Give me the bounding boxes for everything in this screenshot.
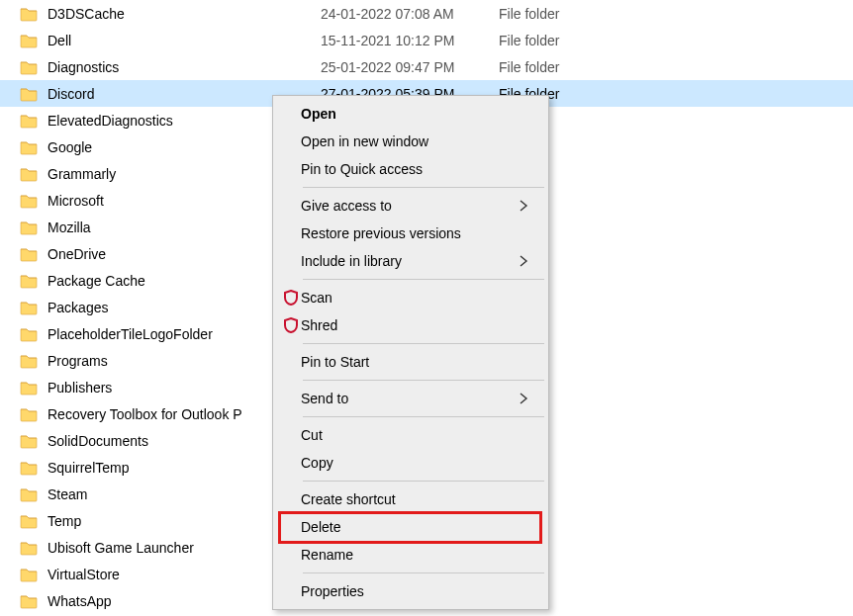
blank-icon (281, 161, 301, 177)
menu-separator (303, 380, 544, 381)
folder-icon (20, 193, 38, 209)
menu-label: Give access to (301, 198, 517, 214)
file-row[interactable]: D3DSCache24-01-2022 07:08 AMFile folder (0, 0, 853, 27)
menu-create-shortcut[interactable]: Create shortcut (275, 485, 546, 513)
menu-label: Rename (301, 547, 530, 563)
file-date: 25-01-2022 09:47 PM (321, 59, 499, 75)
folder-icon (20, 246, 38, 262)
file-name: Recovery Toolbox for Outlook P (47, 406, 242, 422)
file-name: Discord (47, 86, 94, 102)
context-menu: Open Open in new window Pin to Quick acc… (272, 95, 549, 610)
menu-include-in-library[interactable]: Include in library (275, 247, 546, 275)
file-name: Programs (47, 353, 108, 369)
file-name: WhatsApp (47, 593, 112, 609)
menu-open[interactable]: Open (275, 100, 546, 128)
menu-open-new-window[interactable]: Open in new window (275, 128, 546, 155)
menu-cut[interactable]: Cut (275, 421, 546, 449)
blank-icon (281, 547, 301, 563)
menu-give-access-to[interactable]: Give access to (275, 192, 546, 220)
menu-label: Open in new window (301, 133, 530, 149)
folder-icon (20, 86, 38, 102)
blank-icon (281, 491, 301, 507)
file-row[interactable]: Diagnostics25-01-2022 09:47 PMFile folde… (0, 53, 853, 80)
file-name: Package Cache (47, 273, 145, 289)
file-row[interactable]: Dell15-11-2021 10:12 PMFile folder (0, 27, 853, 53)
folder-icon (20, 300, 38, 315)
blank-icon (281, 519, 301, 535)
file-name-cell: Diagnostics (20, 59, 321, 75)
menu-label: Restore previous versions (301, 225, 530, 241)
blank-icon (281, 106, 301, 122)
blank-icon (281, 583, 301, 599)
folder-icon (20, 433, 38, 449)
file-name: Grammarly (47, 166, 116, 182)
file-name: Publishers (47, 380, 112, 396)
menu-shred[interactable]: Shred (275, 311, 546, 339)
folder-icon (20, 326, 38, 342)
menu-pin-quick-access[interactable]: Pin to Quick access (275, 155, 546, 183)
menu-send-to[interactable]: Send to (275, 385, 546, 412)
file-name: Temp (47, 513, 81, 529)
folder-icon (20, 540, 38, 556)
menu-copy[interactable]: Copy (275, 449, 546, 477)
menu-label: Delete (301, 519, 530, 535)
menu-label: Send to (301, 391, 517, 406)
file-type: File folder (499, 6, 617, 22)
folder-icon (20, 460, 38, 476)
menu-restore-previous[interactable]: Restore previous versions (275, 220, 546, 247)
folder-icon (20, 113, 38, 129)
menu-separator (303, 187, 544, 188)
folder-icon (20, 59, 38, 75)
menu-scan[interactable]: Scan (275, 284, 546, 311)
file-date: 24-01-2022 07:08 AM (321, 6, 499, 22)
menu-separator (303, 481, 544, 482)
menu-label: Copy (301, 455, 530, 471)
folder-icon (20, 486, 38, 502)
menu-separator (303, 279, 544, 280)
menu-label: Scan (301, 290, 530, 306)
file-name-cell: Dell (20, 33, 321, 48)
shield-icon (281, 290, 301, 306)
file-name: Diagnostics (47, 59, 119, 75)
menu-label: Pin to Quick access (301, 161, 530, 177)
menu-pin-to-start[interactable]: Pin to Start (275, 348, 546, 376)
menu-separator (303, 416, 544, 417)
file-name: Ubisoft Game Launcher (47, 540, 194, 556)
shield-icon (281, 317, 301, 333)
blank-icon (281, 133, 301, 149)
blank-icon (281, 253, 301, 269)
menu-label: Create shortcut (301, 491, 530, 507)
folder-icon (20, 567, 38, 582)
file-type: File folder (499, 33, 617, 48)
blank-icon (281, 198, 301, 214)
folder-icon (20, 166, 38, 182)
chevron-right-icon (517, 199, 530, 213)
folder-icon (20, 353, 38, 369)
file-name: Microsoft (47, 193, 104, 209)
file-name: ElevatedDiagnostics (47, 113, 173, 129)
folder-icon (20, 273, 38, 289)
menu-delete[interactable]: Delete (275, 513, 546, 541)
file-name: SquirrelTemp (47, 460, 129, 476)
blank-icon (281, 354, 301, 370)
blank-icon (281, 427, 301, 443)
menu-label: Include in library (301, 253, 517, 269)
folder-icon (20, 593, 38, 609)
menu-separator (303, 343, 544, 344)
blank-icon (281, 225, 301, 241)
menu-label: Pin to Start (301, 354, 530, 370)
menu-properties[interactable]: Properties (275, 577, 546, 605)
folder-icon (20, 6, 38, 22)
file-name: Steam (47, 486, 87, 502)
folder-icon (20, 380, 38, 396)
file-name: D3DSCache (47, 6, 125, 22)
file-name: Packages (47, 300, 108, 315)
file-name: Dell (47, 33, 71, 48)
file-date: 15-11-2021 10:12 PM (321, 33, 499, 48)
menu-label: Open (301, 106, 530, 122)
menu-rename[interactable]: Rename (275, 541, 546, 569)
file-name: Google (47, 139, 92, 155)
folder-icon (20, 513, 38, 529)
menu-label: Cut (301, 427, 530, 443)
file-type: File folder (499, 59, 617, 75)
